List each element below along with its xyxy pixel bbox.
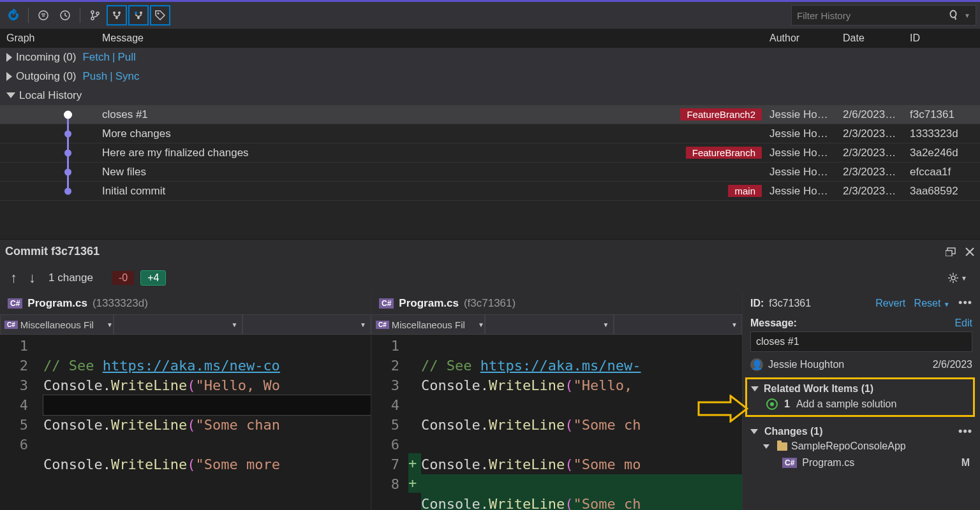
commit-title: Commit f3c71361 — [5, 245, 100, 258]
commit-author: Jessie Houghton — [768, 359, 844, 370]
svg-point-14 — [951, 276, 955, 280]
prev-diff-button[interactable]: ↑ — [8, 270, 20, 286]
clock-icon[interactable] — [56, 6, 75, 25]
work-item[interactable]: 1 Add a sample solution — [751, 395, 969, 410]
file-tab: C# Program.cs (1333323d) — [0, 293, 371, 314]
collapse-icon[interactable] — [750, 429, 758, 434]
dock-icon[interactable] — [946, 247, 957, 256]
column-graph: Graph — [6, 33, 102, 44]
branch-tag: FeatureBranch — [686, 147, 762, 159]
svg-point-9 — [140, 11, 142, 14]
branch-tag: main — [728, 185, 762, 197]
column-id: ID — [910, 33, 980, 44]
close-icon[interactable] — [965, 247, 975, 257]
collapse-icon[interactable] — [763, 444, 769, 449]
sync-link[interactable]: Sync — [115, 70, 140, 83]
commit-details-pane: ID: f3c71361 Revert Reset ▼ ••• Message:… — [743, 293, 980, 510]
avatar-icon: 👤 — [750, 358, 763, 371]
additions-badge: +4 — [140, 270, 166, 286]
svg-rect-13 — [946, 251, 952, 256]
status-icon — [766, 398, 778, 410]
changes-count: 1 change — [48, 272, 93, 284]
branch-icon[interactable] — [85, 6, 105, 25]
commit-row[interactable]: More changes Jessie Ho… 2/3/2023… 133332… — [0, 124, 980, 143]
code-editor[interactable]: 123456 // See https://aka.ms/new-co Cons… — [0, 335, 371, 510]
edit-message-button[interactable]: Edit — [954, 317, 972, 328]
search-icon — [949, 10, 960, 21]
commit-details-header: Commit f3c71361 — [0, 239, 980, 263]
more-actions-button[interactable]: ••• — [958, 296, 972, 309]
diff-viewer: C# Program.cs (1333323d) C#Miscellaneous… — [0, 293, 980, 510]
dropdown-caret-icon[interactable]: ▼ — [944, 301, 950, 308]
separator — [80, 8, 80, 23]
deletions-badge: -0 — [112, 271, 134, 285]
line-numbers: 12345678 — [371, 335, 408, 510]
local-history-section[interactable]: Local History — [0, 86, 980, 105]
column-date: Date — [843, 33, 910, 44]
scope-dropdown[interactable]: ▼ — [114, 314, 242, 335]
diff-toolbar: ↑ ↓ 1 change -0 +4 ▼ — [0, 263, 980, 293]
svg-point-6 — [118, 11, 121, 14]
code-editor[interactable]: 12345678 + + // See https://aka.ms/new- … — [371, 335, 742, 510]
changed-file[interactable]: C# Program.cs M — [750, 455, 972, 471]
changes-actions-button[interactable]: ••• — [958, 425, 972, 438]
left-editor: C# Program.cs (1333323d) C#Miscellaneous… — [0, 293, 371, 510]
svg-point-4 — [96, 12, 99, 15]
line-numbers: 123456 — [0, 335, 37, 510]
svg-point-12 — [951, 11, 956, 18]
collapse-icon[interactable] — [751, 386, 759, 391]
next-diff-button[interactable]: ↓ — [26, 270, 38, 286]
file-tab: C# Program.cs (f3c71361) — [371, 293, 742, 314]
svg-point-8 — [135, 11, 137, 14]
history-columns: Graph Message Author Date ID — [0, 29, 980, 48]
commit-row[interactable]: New files Jessie Ho… 2/3/2023… efccaa1f — [0, 163, 980, 182]
filter-history-input[interactable]: Filter History ▼ — [791, 5, 976, 26]
gear-icon[interactable] — [947, 272, 960, 284]
related-work-items-section: Related Work Items (1) 1 Add a sample so… — [745, 377, 975, 417]
svg-point-11 — [158, 13, 160, 15]
outgoing-section[interactable]: Outgoing (0) Push | Sync — [0, 67, 980, 86]
dropdown-caret-icon[interactable]: ▼ — [961, 275, 967, 282]
graph-filter-button[interactable] — [129, 6, 148, 25]
scope-dropdown[interactable]: ▼ — [485, 314, 614, 335]
incoming-section[interactable]: Incoming (0) Fetch | Pull — [0, 48, 980, 67]
tag-icon[interactable] — [151, 6, 170, 25]
project-dropdown[interactable]: C#Miscellaneous Fil▼ — [371, 314, 485, 335]
svg-point-10 — [137, 17, 140, 19]
right-editor: C# Program.cs (f3c71361) C#Miscellaneous… — [371, 293, 743, 510]
expand-icon[interactable] — [6, 53, 12, 62]
modified-badge: M — [961, 457, 972, 469]
column-author: Author — [769, 33, 843, 44]
csharp-icon: C# — [379, 298, 394, 309]
csharp-icon: C# — [8, 298, 22, 309]
column-message: Message — [102, 33, 769, 44]
folder-node[interactable]: SampleRepoConsoleApp — [750, 438, 972, 455]
member-dropdown[interactable]: ▼ — [614, 314, 743, 335]
filter-icon[interactable] — [34, 6, 53, 25]
reset-button[interactable]: Reset — [914, 298, 941, 309]
commit-row[interactable]: closes #1FeatureBranch2 Jessie Ho… 2/6/2… — [0, 105, 980, 124]
fetch-link[interactable]: Fetch — [82, 51, 110, 64]
graph-all-button[interactable] — [107, 6, 126, 25]
expand-icon[interactable] — [6, 72, 12, 81]
csharp-icon: C# — [782, 458, 797, 468]
separator — [28, 8, 29, 23]
svg-point-3 — [91, 17, 94, 20]
push-link[interactable]: Push — [83, 70, 108, 83]
commit-message-input[interactable]: closes #1 — [750, 332, 972, 352]
commit-id: f3c71361 — [769, 298, 811, 309]
commit-date: 2/6/2023 — [933, 359, 972, 370]
refresh-button[interactable] — [4, 6, 23, 25]
branch-tag: FeatureBranch2 — [680, 108, 762, 120]
svg-point-2 — [91, 11, 94, 13]
dropdown-caret-icon[interactable]: ▼ — [964, 12, 970, 19]
pull-link[interactable]: Pull — [117, 51, 135, 64]
revert-button[interactable]: Revert — [875, 298, 905, 309]
svg-point-7 — [115, 17, 118, 19]
member-dropdown[interactable]: ▼ — [242, 314, 371, 335]
collapse-icon[interactable] — [6, 92, 15, 98]
annotation-arrow-icon — [697, 395, 748, 423]
project-dropdown[interactable]: C#Miscellaneous Fil▼ — [0, 314, 114, 335]
commit-row[interactable]: Initial commitmain Jessie Ho… 2/3/2023… … — [0, 182, 980, 201]
commit-row[interactable]: Here are my finalized changesFeatureBran… — [0, 143, 980, 163]
